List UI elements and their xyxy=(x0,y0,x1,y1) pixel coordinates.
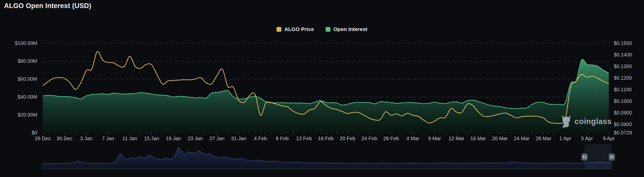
y-axis-label-left: $100.00M xyxy=(8,40,37,46)
legend-item-algo-price[interactable]: ALGO Price xyxy=(276,26,314,32)
legend-swatch xyxy=(326,27,330,32)
pause-bars-icon xyxy=(611,156,611,159)
legend-label: ALGO Price xyxy=(284,26,314,32)
y-axis-label-left: $20.00M xyxy=(8,112,37,118)
pause-bars-icon xyxy=(613,156,613,159)
page-title: ALGO Open Interest (USD) xyxy=(4,2,91,10)
navigator[interactable] xyxy=(42,144,615,169)
y-axis-label-left: $60.00M xyxy=(8,76,37,82)
y-axis-label-right: $0.1500 xyxy=(614,40,644,46)
navigator-handle-left[interactable] xyxy=(581,153,588,161)
y-axis-label-right: $0.1200 xyxy=(614,75,644,81)
x-axis-ticks xyxy=(43,133,609,135)
watermark-text: coinglass xyxy=(575,117,612,126)
coinglass-watermark: coinglass xyxy=(560,115,612,128)
y-axis-label-left: $80.00M xyxy=(8,58,37,64)
navigator-handle-right[interactable] xyxy=(609,153,615,161)
legend-label: Open Interest xyxy=(333,26,367,32)
y-axis-label-right: $0.0800 xyxy=(614,122,644,127)
y-axis-label-right: $0.0729 xyxy=(614,130,644,136)
coinglass-chart-page: ALGO Open Interest (USD) ALGO PriceOpen … xyxy=(0,0,644,177)
y-axis-label-left: $0 xyxy=(8,130,37,136)
pause-bars-icon xyxy=(585,156,586,159)
y-axis-label-right: $0.1100 xyxy=(614,87,644,93)
x-axis-label: 9 Apr xyxy=(592,136,625,141)
open-interest-area[interactable] xyxy=(43,59,609,133)
legend-swatch xyxy=(276,27,281,32)
y-axis-label-right: $0.1400 xyxy=(614,52,644,58)
navigator-area[interactable] xyxy=(42,147,612,168)
navigator-selection[interactable] xyxy=(584,144,612,169)
y-axis-label-left: $40.00M xyxy=(8,94,37,100)
y-axis-label-right: $0.1000 xyxy=(614,98,644,104)
pause-bars-icon xyxy=(583,156,584,159)
chart-legend: ALGO PriceOpen Interest xyxy=(276,26,367,32)
legend-item-open-interest[interactable]: Open Interest xyxy=(326,26,367,32)
y-axis-label-right: $0.1300 xyxy=(614,64,644,69)
navigator-baseline xyxy=(42,168,612,169)
coinglass-bull-icon xyxy=(560,115,572,128)
y-axis-label-right: $0.0900 xyxy=(614,110,644,116)
